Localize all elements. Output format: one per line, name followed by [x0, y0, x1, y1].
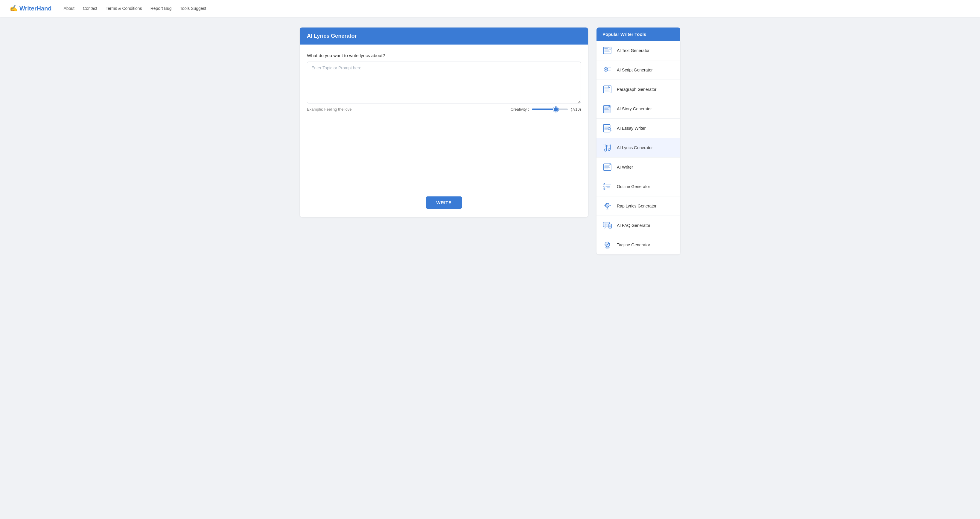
svg-rect-36: [604, 167, 610, 168]
paragraph-gen-icon: [602, 84, 612, 95]
creativity-value: (7/10): [571, 107, 581, 111]
sidebar-item-label-script-gen: AI Script Generator: [617, 68, 653, 72]
svg-rect-2: [604, 50, 610, 50]
svg-rect-35: [604, 166, 609, 167]
svg-rect-11: [607, 70, 611, 71]
story-gen-icon: [602, 103, 612, 114]
logo[interactable]: ✍ WriterHand: [10, 5, 51, 12]
svg-point-42: [604, 188, 605, 190]
sidebar-item-paragraph-gen[interactable]: Paragraph Generator: [597, 80, 680, 99]
sidebar-item-lyrics-gen[interactable]: AI Lyrics Generator: [597, 138, 680, 157]
svg-point-30: [604, 149, 607, 151]
sidebar: Popular Writer Tools T AI Text Genera: [597, 27, 680, 254]
logo-icon: ✍: [10, 5, 18, 12]
nav-contact[interactable]: Contact: [83, 6, 97, 11]
sidebar-item-label-story-gen: AI Story Generator: [617, 106, 652, 111]
text-gen-icon: T: [602, 45, 612, 56]
svg-rect-47: [607, 187, 610, 188]
svg-rect-18: [604, 91, 610, 92]
creativity-slider[interactable]: [532, 108, 568, 110]
script-gen-icon: [602, 65, 612, 75]
svg-rect-15: [604, 88, 609, 89]
example-text: Example: Feeling the love: [307, 107, 352, 111]
nav-report-bug[interactable]: Report Bug: [151, 6, 172, 11]
essay-writer-icon: [602, 123, 612, 133]
sidebar-item-label-paragraph-gen: Paragraph Generator: [617, 87, 656, 92]
svg-text:AI: AI: [610, 163, 611, 165]
svg-rect-59: [605, 247, 610, 248]
svg-point-41: [604, 186, 605, 187]
navbar: ✍ WriterHand About Contact Terms & Condi…: [0, 0, 980, 17]
svg-rect-54: [609, 224, 612, 228]
page-title: AI Lyrics Generator: [307, 33, 581, 39]
svg-rect-22: [604, 110, 608, 110]
svg-point-40: [604, 184, 605, 185]
sidebar-item-faq-gen[interactable]: ? AI FAQ Generator: [597, 216, 680, 235]
svg-rect-45: [606, 189, 610, 189]
svg-rect-43: [606, 184, 611, 184]
sidebar-item-label-faq-gen: AI FAQ Generator: [617, 223, 650, 228]
sidebar-item-tagline-gen[interactable]: Tagline Generator: [597, 235, 680, 254]
page-layout: AI Lyrics Generator What do you want to …: [293, 17, 687, 265]
svg-rect-21: [604, 108, 608, 109]
svg-text:?: ?: [605, 223, 607, 226]
sidebar-item-ai-writer[interactable]: AI AI Writer: [597, 157, 680, 177]
svg-rect-26: [604, 127, 608, 128]
sidebar-item-label-lyrics-gen: AI Lyrics Generator: [617, 145, 653, 150]
prompt-textarea[interactable]: [307, 62, 581, 103]
main-card: AI Lyrics Generator What do you want to …: [300, 27, 588, 217]
spacer-area: [307, 121, 581, 193]
card-body: What do you want to write lyrics about? …: [300, 44, 588, 217]
svg-rect-4: [604, 51, 610, 52]
svg-rect-9: [607, 68, 611, 68]
svg-point-48: [606, 203, 609, 207]
svg-rect-50: [607, 208, 608, 209]
svg-rect-17: [604, 90, 608, 90]
write-button[interactable]: WRITE: [426, 197, 463, 209]
svg-rect-57: [609, 226, 611, 227]
sidebar-item-story-gen[interactable]: AI Story Generator: [597, 99, 680, 119]
nav-terms[interactable]: Terms & Conditions: [106, 6, 142, 11]
creativity-label: Creativity :: [511, 107, 529, 111]
svg-rect-25: [604, 126, 609, 127]
svg-rect-32: [603, 144, 606, 147]
meta-row: Example: Feeling the love Creativity : (…: [307, 107, 581, 111]
sidebar-item-label-text-gen: AI Text Generator: [617, 48, 649, 53]
faq-gen-icon: ?: [602, 220, 612, 231]
svg-rect-60: [606, 248, 609, 249]
sidebar-item-script-gen[interactable]: AI Script Generator: [597, 60, 680, 80]
nav-tools-suggest[interactable]: Tools Suggest: [180, 6, 206, 11]
sidebar-header-title: Popular Writer Tools: [603, 32, 674, 37]
sidebar-item-label-outline-gen: Outline Generator: [617, 184, 650, 189]
card-header: AI Lyrics Generator: [300, 27, 588, 44]
sidebar-item-label-tagline-gen: Tagline Generator: [617, 243, 650, 247]
write-btn-row: WRITE: [307, 197, 581, 209]
svg-rect-46: [607, 185, 610, 186]
svg-rect-3: [604, 51, 609, 51]
field-label: What do you want to write lyrics about?: [307, 53, 581, 58]
nav-links: About Contact Terms & Conditions Report …: [64, 6, 206, 11]
svg-rect-28: [604, 129, 608, 130]
svg-rect-12: [603, 72, 611, 72]
svg-rect-44: [606, 186, 610, 187]
svg-point-31: [608, 149, 610, 151]
sidebar-item-essay-writer[interactable]: AI Essay Writer: [597, 119, 680, 138]
creativity-row: Creativity : (7/10): [511, 107, 581, 111]
rap-gen-icon: [602, 201, 612, 211]
sidebar-item-outline-gen[interactable]: Outline Generator: [597, 177, 680, 197]
svg-rect-16: [604, 89, 610, 89]
sidebar-header: Popular Writer Tools: [597, 27, 680, 41]
svg-rect-10: [607, 69, 610, 69]
tagline-gen-icon: [602, 240, 612, 250]
nav-about[interactable]: About: [64, 6, 75, 11]
sidebar-item-label-essay-writer: AI Essay Writer: [617, 126, 646, 131]
outline-gen-icon: [602, 181, 612, 192]
sidebar-item-text-gen[interactable]: T AI Text Generator: [597, 41, 680, 60]
sidebar-item-rap-gen[interactable]: Rap Lyrics Generator: [597, 197, 680, 216]
svg-rect-51: [606, 209, 609, 210]
lyrics-gen-icon: [602, 142, 612, 153]
logo-text: WriterHand: [19, 5, 51, 12]
svg-rect-37: [604, 168, 608, 169]
sidebar-item-label-ai-writer: AI Writer: [617, 165, 633, 170]
sidebar-item-label-rap-gen: Rap Lyrics Generator: [617, 203, 657, 208]
